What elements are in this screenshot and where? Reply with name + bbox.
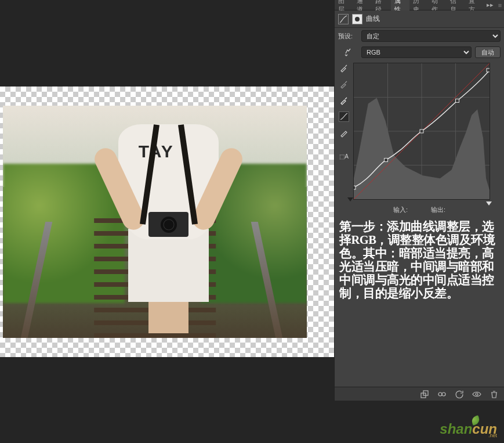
- curve-point-0[interactable]: [354, 186, 356, 189]
- curve-point-3[interactable]: [456, 99, 459, 102]
- preset-row: 预设: 自定: [335, 28, 504, 44]
- watermark-p1: shan: [440, 421, 472, 437]
- canvas-area[interactable]: TAY: [0, 0, 334, 443]
- auto-button[interactable]: 自动: [475, 46, 501, 58]
- svg-point-10: [442, 392, 445, 396]
- reset-icon[interactable]: [454, 389, 465, 399]
- white-slider-icon[interactable]: [486, 201, 492, 206]
- channel-select[interactable]: RGB: [361, 46, 472, 58]
- expand-icon[interactable]: ▸▸: [484, 1, 496, 9]
- svg-point-11: [476, 393, 478, 395]
- panel-tab-bar: 图层 通道 路径 属性 历史 动作 信息 直方 ▸▸ ≡: [335, 0, 504, 10]
- finger-tool-icon[interactable]: [338, 47, 358, 57]
- curve-graph[interactable]: [353, 63, 490, 200]
- input-label: 输入:: [393, 206, 408, 214]
- photo[interactable]: TAY: [3, 106, 307, 338]
- photo-figure: TAY: [118, 124, 219, 333]
- curves-adjustment-icon: [338, 14, 349, 24]
- curve-point-2[interactable]: [420, 129, 423, 133]
- black-slider-icon[interactable]: [347, 197, 353, 201]
- preset-label: 预设:: [338, 32, 358, 41]
- watermark-sub: .net: [488, 433, 497, 438]
- panel-title: 曲线: [366, 14, 380, 24]
- photo-camera-lens: [161, 217, 177, 233]
- curves-tool-column: ⬚A: [338, 63, 350, 200]
- watermark: shancun .net: [440, 421, 497, 437]
- photo-skirt: [128, 229, 208, 302]
- image-checkerboard: TAY: [0, 87, 334, 357]
- panel-header: 曲线: [335, 10, 504, 28]
- curve-pencil-icon[interactable]: [339, 128, 349, 138]
- panel-menu-icon[interactable]: ≡: [496, 2, 504, 9]
- hand-text-icon: ⬚A: [339, 151, 349, 161]
- svg-point-9: [438, 392, 442, 396]
- curve-point-1[interactable]: [385, 159, 388, 162]
- gray-eyedropper-icon[interactable]: [339, 79, 349, 89]
- panel-bottom-bar: [335, 387, 504, 401]
- layer-mask-icon: [352, 14, 362, 24]
- curves-body: ⬚A: [335, 60, 504, 202]
- photo-camera: [148, 212, 188, 237]
- clip-to-layer-icon[interactable]: [419, 389, 430, 399]
- curve-smooth-icon[interactable]: [339, 111, 349, 122]
- trash-icon[interactable]: [489, 389, 499, 399]
- instructions-text: 第一步：添加曲线调整层，选择RGB，调整整体色调及环境色。其中：暗部适当提亮，高…: [335, 220, 504, 300]
- visibility-icon[interactable]: [472, 389, 482, 399]
- black-eyedropper-icon[interactable]: [339, 63, 349, 73]
- view-previous-icon[interactable]: [437, 389, 447, 399]
- channel-row: RGB 自动: [335, 44, 504, 60]
- svg-point-0: [355, 17, 360, 21]
- output-label: 输出:: [431, 206, 445, 214]
- properties-panel: 图层 通道 路径 属性 历史 动作 信息 直方 ▸▸ ≡ 曲线 预设: 自定 R…: [334, 0, 504, 401]
- white-eyedropper-icon[interactable]: [339, 95, 349, 106]
- io-row: 输入: 输出:: [335, 202, 504, 220]
- preset-select[interactable]: 自定: [361, 30, 501, 42]
- curve-point-4[interactable]: [487, 69, 490, 72]
